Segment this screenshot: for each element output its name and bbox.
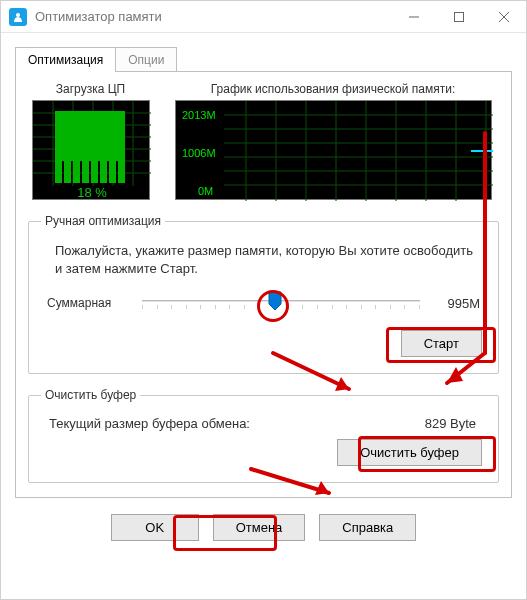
svg-rect-28 (82, 161, 89, 183)
cpu-chart-title: Загрузка ЦП (56, 82, 125, 96)
svg-rect-25 (55, 161, 62, 183)
svg-rect-29 (91, 161, 98, 183)
minimize-icon (409, 12, 419, 22)
close-button[interactable] (481, 1, 526, 33)
buffer-value: 829 Byte (425, 416, 482, 431)
svg-rect-27 (73, 161, 80, 183)
buffer-legend: Очистить буфер (41, 388, 140, 402)
slider-thumb-icon (267, 290, 283, 312)
ok-button[interactable]: OK (111, 514, 199, 541)
mem-chart: 2013M 1006M 0M (175, 100, 492, 200)
clear-buffer-button[interactable]: Очистить буфер (337, 439, 482, 466)
tab-panel: Загрузка ЦП (15, 71, 512, 498)
svg-rect-24 (55, 111, 125, 161)
buffer-fieldset: Очистить буфер Текущий размер буфера обм… (28, 388, 499, 483)
close-icon (499, 12, 509, 22)
maximize-icon (454, 12, 464, 22)
cancel-button[interactable]: Отмена (213, 514, 306, 541)
mem-ylabel-2: 0M (198, 185, 213, 197)
mem-ylabel-0: 2013M (182, 109, 216, 121)
start-button[interactable]: Старт (401, 330, 482, 357)
svg-point-0 (16, 13, 20, 17)
manual-help-text: Пожалуйста, укажите размер памяти, котор… (55, 242, 480, 278)
titlebar: Оптимизатор памяти (1, 1, 526, 33)
window-title: Оптимизатор памяти (35, 9, 391, 24)
mem-ylabel-1: 1006M (182, 147, 216, 159)
cpu-percent: 18 % (77, 185, 107, 200)
svg-rect-2 (454, 12, 463, 21)
app-window: Оптимизатор памяти Оптимизация Опции Заг… (0, 0, 527, 600)
maximize-button[interactable] (436, 1, 481, 33)
mem-chart-title: График использования физической памяти: (211, 82, 456, 96)
buffer-label: Текущий размер буфера обмена: (49, 416, 425, 431)
tab-options[interactable]: Опции (115, 47, 177, 72)
svg-rect-31 (109, 161, 116, 183)
app-icon (9, 8, 27, 26)
help-button[interactable]: Справка (319, 514, 416, 541)
svg-rect-26 (64, 161, 71, 183)
manual-legend: Ручная оптимизация (41, 214, 165, 228)
manual-fieldset: Ручная оптимизация Пожалуйста, укажите р… (28, 214, 499, 374)
minimize-button[interactable] (391, 1, 436, 33)
tab-optimization[interactable]: Оптимизация (15, 47, 116, 72)
svg-rect-30 (100, 161, 107, 183)
slider-label: Суммарная (47, 296, 132, 310)
memory-slider[interactable] (142, 290, 420, 316)
slider-value: 995M (430, 296, 480, 311)
tabs: Оптимизация Опции Загрузка ЦП (15, 47, 512, 498)
cpu-chart: 18 % (32, 100, 150, 200)
svg-rect-32 (118, 161, 125, 183)
